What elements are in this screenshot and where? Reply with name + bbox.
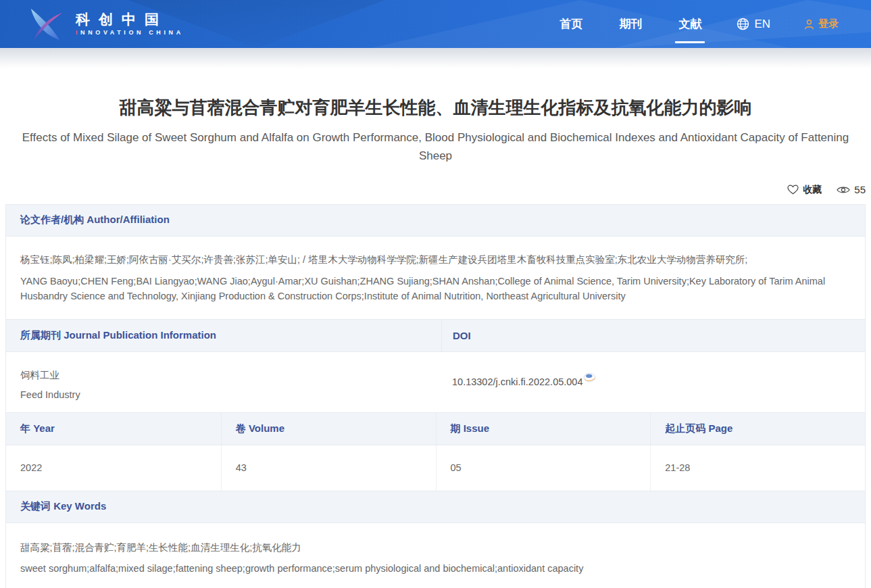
authors-en: YANG Baoyu;CHEN Feng;BAI Liangyao;WANG J…	[20, 274, 851, 303]
journal-header-label: 所属期刊 Journal Publication Information	[6, 320, 441, 351]
volume-value: 43	[221, 445, 436, 491]
eye-icon	[837, 185, 850, 195]
article-title-en: Effects of Mixed Silage of Sweet Sorghum…	[22, 128, 849, 165]
nav-item-journals[interactable]: 期刊	[618, 14, 643, 34]
heart-icon	[787, 185, 799, 195]
innovation-china-logo-icon	[26, 6, 68, 43]
cnki-globe-icon[interactable]	[583, 372, 596, 383]
authors-cn: 杨宝钰;陈凤;柏梁耀;王娇;阿依古丽·艾买尔;许贵善;张苏江;单安山; / 塔里…	[20, 252, 851, 267]
volume-header: 卷 Volume	[221, 413, 436, 445]
favorite-label: 收藏	[803, 184, 822, 196]
year-header: 年 Year	[6, 413, 221, 445]
page-value: 21-28	[650, 445, 865, 491]
issue-value: 05	[436, 445, 651, 491]
keywords-panel-body: 甜高粱;苜蓿;混合青贮;育肥羊;生长性能;血清生理生化;抗氧化能力 sweet …	[6, 523, 865, 588]
header-shadow-band	[0, 48, 871, 68]
authors-panel-body: 杨宝钰;陈凤;柏梁耀;王娇;阿依古丽·艾买尔;许贵善;张苏江;单安山; / 塔里…	[6, 237, 865, 319]
article-title-cn: 甜高粱与苜蓿混合青贮对育肥羊生长性能、血清生理生化指标及抗氧化能力的影响	[5, 97, 866, 120]
main-nav: 首页 期刊 文献 EN 登录	[558, 14, 839, 34]
innovation-china-logo[interactable]: 科创中国 INNOVATION CHINA	[26, 6, 184, 43]
view-counter: 55	[837, 184, 866, 195]
article-actions: 收藏 55	[5, 184, 866, 196]
language-label: EN	[754, 18, 770, 31]
journal-name-en: Feed Industry	[20, 389, 427, 400]
publication-info-header: 年 Year 卷 Volume 期 Issue 起止页码 Page	[6, 413, 865, 445]
journal-panel-header: 所属期刊 Journal Publication Information DOI	[6, 320, 865, 352]
journal-name-cell: 饲料工业 Feed Industry	[6, 352, 441, 412]
publication-info-panel: 年 Year 卷 Volume 期 Issue 起止页码 Page 2022 4…	[5, 412, 866, 491]
globe-icon	[737, 18, 749, 30]
authors-panel-title: 论文作者/机构 Author/Affiliation	[6, 205, 865, 237]
journal-panel-body: 饲料工业 Feed Industry 10.13302/j.cnki.fi.20…	[6, 352, 865, 412]
nav-item-literature[interactable]: 文献	[677, 14, 703, 34]
doi-cell: 10.13302/j.cnki.fi.2022.05.004	[441, 352, 865, 412]
logo-title: 科创中国	[76, 12, 184, 26]
article-detail-page: 甜高粱与苜蓿混合青贮对育肥羊生长性能、血清生理生化指标及抗氧化能力的影响 Eff…	[0, 97, 871, 588]
page-header: 起止页码 Page	[650, 413, 865, 445]
journal-name-cn: 饲料工业	[20, 369, 427, 382]
login-button[interactable]: 登录	[804, 18, 839, 30]
doi-value: 10.13302/j.cnki.fi.2022.05.004	[452, 376, 582, 387]
favorite-button[interactable]: 收藏	[787, 184, 822, 196]
keywords-panel-title: 关键词 Key Words	[6, 491, 865, 523]
login-label: 登录	[818, 18, 839, 30]
publication-info-values: 2022 43 05 21-28	[6, 445, 865, 491]
doi-header-label: DOI	[441, 320, 865, 351]
nav-item-home[interactable]: 首页	[558, 14, 584, 34]
authors-panel: 论文作者/机构 Author/Affiliation 杨宝钰;陈凤;柏梁耀;王娇…	[5, 204, 866, 320]
keywords-en: sweet sorghum;alfalfa;mixed silage;fatte…	[20, 563, 851, 574]
user-icon	[804, 19, 814, 30]
keywords-cn: 甜高粱;苜蓿;混合青贮;育肥羊;生长性能;血清生理生化;抗氧化能力	[20, 541, 851, 554]
issue-header: 期 Issue	[436, 413, 651, 445]
top-navbar: 科创中国 INNOVATION CHINA 首页 期刊 文献 EN	[0, 0, 871, 48]
keywords-panel: 关键词 Key Words 甜高粱;苜蓿;混合青贮;育肥羊;生长性能;血清生理生…	[5, 491, 866, 588]
logo-subtitle: INNOVATION CHINA	[76, 30, 184, 36]
year-value: 2022	[6, 445, 221, 491]
journal-panel: 所属期刊 Journal Publication Information DOI…	[5, 319, 866, 413]
view-count: 55	[854, 184, 866, 195]
language-switch[interactable]: EN	[737, 18, 770, 31]
